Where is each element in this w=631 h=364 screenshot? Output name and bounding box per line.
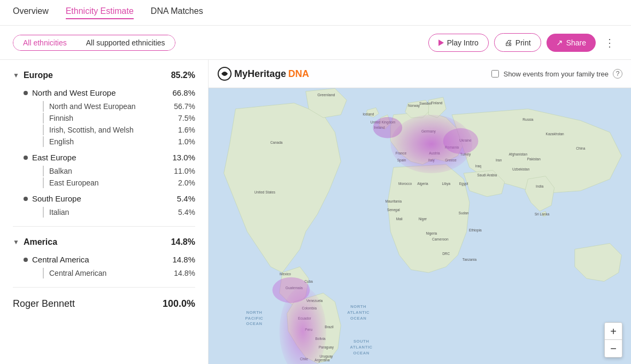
chevron-europe: ▼ [13, 72, 19, 79]
region-america-label: America [24, 237, 57, 247]
svg-text:ATLANTIC: ATLANTIC [350, 345, 373, 350]
svg-text:Iceland: Iceland [363, 112, 374, 116]
svg-text:Sudan: Sudan [459, 211, 469, 215]
sub-region-east-europe: East Europe 13.0% Balkan 11.0% East Euro… [24, 151, 195, 188]
svg-text:ATLANTIC: ATLANTIC [347, 310, 370, 315]
zoom-out-button[interactable]: − [605, 340, 622, 357]
help-icon[interactable]: ? [613, 69, 622, 79]
divider-total [13, 287, 195, 288]
sub-region-central-america-percent: 14.8% [172, 255, 195, 264]
svg-text:Sri Lanka: Sri Lanka [535, 212, 550, 216]
svg-text:Libya: Libya [442, 182, 450, 186]
east-europe-details: Balkan 11.0% East European 2.0% [43, 166, 195, 188]
sub-region-south-europe-label: South Europe [32, 194, 81, 203]
detail-irish-scottish-welsh: Irish, Scottish, and Welsh 1.6% [43, 125, 195, 135]
detail-balkan: Balkan 11.0% [43, 166, 195, 176]
zoom-controls: + − [604, 322, 622, 358]
svg-text:NORTH: NORTH [350, 304, 366, 309]
total-name: Roger Bennett [13, 298, 75, 309]
svg-text:Finland: Finland [431, 101, 443, 105]
detail-finnish: Finnish 7.5% [43, 113, 195, 123]
detail-north-west-european: North and West European 56.7% [43, 101, 195, 112]
svg-text:Saudi Arabia: Saudi Arabia [477, 173, 497, 177]
filter-bar: All ethnicities All supported ethnicitie… [0, 26, 631, 60]
central-america-details: Central American 14.8% [43, 268, 195, 278]
sub-region-central-america-header[interactable]: Central America 14.8% [24, 253, 195, 266]
sub-region-south-europe: South Europe 5.4% Italian 5.4% [24, 192, 195, 218]
svg-text:Kazakhstan: Kazakhstan [546, 132, 565, 136]
sub-region-south-europe-percent: 5.4% [177, 194, 195, 203]
svg-text:Uzbekistan: Uzbekistan [512, 167, 530, 171]
sub-region-east-europe-percent: 13.0% [172, 153, 195, 162]
svg-text:Russia: Russia [522, 118, 533, 121]
logo-icon [217, 66, 232, 81]
sub-region-north-west-europe-label: North and West Europe [32, 88, 116, 97]
svg-text:SOUTH: SOUTH [353, 339, 369, 344]
ethnicity-sidebar: ▼ Europe 85.2% North and West Europe 66.… [0, 60, 209, 364]
svg-text:Canada: Canada [271, 141, 283, 144]
svg-text:Egypt: Egypt [459, 182, 468, 186]
nav-ethnicity-estimate[interactable]: Ethnicity Estimate [66, 6, 134, 19]
svg-text:Mali: Mali [396, 217, 403, 221]
share-icon: ↗ [556, 38, 563, 48]
svg-text:Niger: Niger [419, 217, 427, 221]
filter-all-supported[interactable]: All supported ethnicities [76, 35, 175, 50]
main-content: ▼ Europe 85.2% North and West Europe 66.… [0, 60, 631, 364]
svg-text:Algeria: Algeria [417, 182, 428, 186]
svg-text:Mauritania: Mauritania [385, 199, 402, 203]
sub-region-east-europe-label: East Europe [32, 153, 76, 162]
play-intro-button[interactable]: Play Intro [428, 34, 489, 52]
share-button[interactable]: ↗ Share [547, 34, 596, 52]
top-navigation: Overview Ethnicity Estimate DNA Matches [0, 0, 631, 26]
central-america-blob [272, 277, 310, 303]
region-america: ▼ America 14.8% Central America 14.8% Ce… [13, 235, 195, 278]
divider-europe-america [13, 226, 195, 227]
svg-text:India: India [536, 184, 544, 188]
print-button[interactable]: 🖨 Print [494, 33, 541, 52]
svg-text:Iraq: Iraq [475, 164, 482, 168]
svg-text:Senegal: Senegal [387, 208, 401, 212]
sub-region-north-west-europe-header[interactable]: North and West Europe 66.8% [24, 87, 195, 99]
bullet-east-europe [24, 156, 28, 160]
nav-overview[interactable]: Overview [13, 6, 49, 19]
svg-text:Nigeria: Nigeria [426, 231, 437, 236]
chevron-america: ▼ [13, 238, 19, 246]
region-europe-header[interactable]: ▼ Europe 85.2% [13, 68, 195, 82]
bullet-north-west-europe [24, 91, 28, 95]
svg-text:Morocco: Morocco [398, 182, 412, 185]
svg-text:Cameroon: Cameroon [432, 237, 449, 241]
total-percent: 100.0% [163, 298, 195, 309]
north-west-europe-details: North and West European 56.7% Finnish 7.… [43, 101, 195, 147]
myheritage-logo: MyHeritage DNA [217, 66, 309, 81]
detail-central-american: Central American 14.8% [43, 268, 195, 278]
detail-east-european: East European 2.0% [43, 177, 195, 188]
bullet-central-america [24, 258, 28, 262]
region-europe: ▼ Europe 85.2% North and West Europe 66.… [13, 68, 195, 218]
map-header: MyHeritage DNA Show events from your fam… [209, 60, 631, 88]
show-events-row: Show events from your family tree ? [491, 69, 622, 79]
svg-text:Ethiopia: Ethiopia [469, 228, 482, 233]
region-america-header[interactable]: ▼ America 14.8% [13, 235, 195, 249]
logo-dna: DNA [288, 68, 309, 80]
map-area: MyHeritage DNA Show events from your fam… [209, 60, 631, 364]
bullet-south-europe [24, 197, 28, 201]
action-buttons: Play Intro 🖨 Print ↗ Share ⋮ [428, 33, 618, 52]
filter-all-ethnicities[interactable]: All ethnicities [13, 35, 76, 50]
svg-text:Mexico: Mexico [280, 272, 291, 276]
svg-text:PACIFIC: PACIFIC [245, 316, 264, 321]
nav-dna-matches[interactable]: DNA Matches [151, 6, 203, 19]
sub-region-east-europe-header[interactable]: East Europe 13.0% [24, 151, 195, 164]
zoom-in-button[interactable]: + [605, 323, 622, 340]
uk-ethnicity-blob [373, 117, 403, 138]
more-options-button[interactable]: ⋮ [601, 34, 618, 51]
svg-text:Tanzania: Tanzania [463, 258, 477, 261]
svg-text:Iran: Iran [496, 158, 502, 162]
show-events-checkbox[interactable] [491, 70, 499, 78]
svg-text:Sweden: Sweden [419, 102, 432, 105]
svg-text:OCEAN: OCEAN [350, 316, 366, 321]
sub-region-south-europe-header[interactable]: South Europe 5.4% [24, 192, 195, 205]
svg-text:OCEAN: OCEAN [353, 351, 369, 355]
region-europe-label: Europe [24, 71, 53, 80]
svg-text:OCEAN: OCEAN [246, 321, 262, 326]
world-map[interactable]: NORTH PACIFIC OCEAN NORTH ATLANTIC OCEAN… [209, 86, 631, 364]
